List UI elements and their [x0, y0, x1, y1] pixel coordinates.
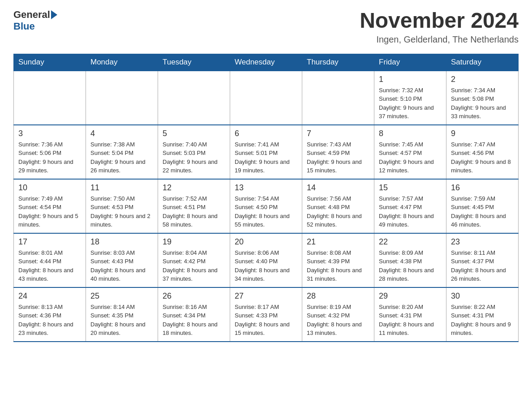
day-info: Sunrise: 7:36 AMSunset: 5:06 PMDaylight:… [18, 140, 81, 175]
calendar-cell [302, 71, 374, 125]
day-of-week-header: Sunday [14, 54, 86, 71]
day-info: Sunrise: 8:01 AMSunset: 4:44 PMDaylight:… [18, 248, 81, 283]
day-info: Sunrise: 7:34 AMSunset: 5:08 PMDaylight:… [451, 86, 514, 121]
page-header: General Blue November 2024 Ingen, Gelder… [13, 9, 519, 45]
calendar-cell: 9Sunrise: 7:47 AMSunset: 4:56 PMDaylight… [446, 125, 519, 179]
day-info: Sunrise: 7:38 AMSunset: 5:04 PMDaylight:… [90, 140, 153, 175]
day-info: Sunrise: 8:03 AMSunset: 4:43 PMDaylight:… [90, 248, 153, 283]
day-number: 7 [307, 129, 369, 138]
location-subtitle: Ingen, Gelderland, The Netherlands [360, 34, 519, 45]
calendar-cell: 3Sunrise: 7:36 AMSunset: 5:06 PMDaylight… [14, 125, 86, 179]
day-info: Sunrise: 8:04 AMSunset: 4:42 PMDaylight:… [163, 248, 225, 283]
day-number: 3 [18, 129, 81, 138]
day-number: 27 [235, 291, 297, 301]
day-info: Sunrise: 8:16 AMSunset: 4:34 PMDaylight:… [163, 303, 225, 338]
day-number: 23 [451, 237, 514, 247]
day-info: Sunrise: 7:50 AMSunset: 4:53 PMDaylight:… [90, 194, 153, 229]
day-number: 26 [163, 291, 225, 301]
day-number: 30 [451, 291, 514, 301]
calendar-cell: 29Sunrise: 8:20 AMSunset: 4:31 PMDayligh… [374, 287, 446, 342]
day-info: Sunrise: 8:20 AMSunset: 4:31 PMDaylight:… [379, 303, 442, 338]
calendar-cell: 28Sunrise: 8:19 AMSunset: 4:32 PMDayligh… [302, 287, 374, 342]
day-of-week-header: Monday [86, 54, 158, 71]
day-info: Sunrise: 8:08 AMSunset: 4:39 PMDaylight:… [307, 248, 369, 283]
day-info: Sunrise: 8:14 AMSunset: 4:35 PMDaylight:… [90, 303, 153, 338]
calendar-cell: 23Sunrise: 8:11 AMSunset: 4:37 PMDayligh… [446, 233, 519, 287]
calendar-cell [14, 71, 86, 125]
day-of-week-header: Tuesday [158, 54, 230, 71]
day-info: Sunrise: 7:59 AMSunset: 4:45 PMDaylight:… [451, 194, 514, 229]
day-number: 22 [379, 237, 442, 247]
logo-arrow-icon [51, 10, 57, 19]
day-of-week-header: Thursday [302, 54, 374, 71]
day-info: Sunrise: 8:17 AMSunset: 4:33 PMDaylight:… [235, 303, 297, 338]
calendar-cell [158, 71, 230, 125]
day-number: 9 [451, 129, 514, 138]
title-section: November 2024 Ingen, Gelderland, The Net… [360, 9, 519, 45]
day-number: 24 [18, 291, 81, 301]
day-info: Sunrise: 7:41 AMSunset: 5:01 PMDaylight:… [235, 140, 297, 175]
calendar-week-row: 17Sunrise: 8:01 AMSunset: 4:44 PMDayligh… [14, 233, 519, 287]
calendar-cell: 1Sunrise: 7:32 AMSunset: 5:10 PMDaylight… [374, 71, 446, 125]
day-number: 17 [18, 237, 81, 247]
calendar-cell: 14Sunrise: 7:56 AMSunset: 4:48 PMDayligh… [302, 179, 374, 233]
day-number: 4 [90, 129, 153, 138]
day-info: Sunrise: 7:54 AMSunset: 4:50 PMDaylight:… [235, 194, 297, 229]
calendar-cell: 26Sunrise: 8:16 AMSunset: 4:34 PMDayligh… [158, 287, 230, 342]
day-info: Sunrise: 8:11 AMSunset: 4:37 PMDaylight:… [451, 248, 514, 283]
day-info: Sunrise: 7:32 AMSunset: 5:10 PMDaylight:… [379, 86, 442, 121]
calendar-cell: 7Sunrise: 7:43 AMSunset: 4:59 PMDaylight… [302, 125, 374, 179]
day-number: 18 [90, 237, 153, 247]
calendar-header-row: SundayMondayTuesdayWednesdayThursdayFrid… [14, 54, 519, 71]
day-number: 15 [379, 183, 442, 193]
calendar-cell: 24Sunrise: 8:13 AMSunset: 4:36 PMDayligh… [14, 287, 86, 342]
calendar-cell [230, 71, 302, 125]
calendar-cell: 19Sunrise: 8:04 AMSunset: 4:42 PMDayligh… [158, 233, 230, 287]
calendar-cell: 20Sunrise: 8:06 AMSunset: 4:40 PMDayligh… [230, 233, 302, 287]
day-number: 5 [163, 129, 225, 138]
calendar-cell: 18Sunrise: 8:03 AMSunset: 4:43 PMDayligh… [86, 233, 158, 287]
calendar-cell: 2Sunrise: 7:34 AMSunset: 5:08 PMDaylight… [446, 71, 519, 125]
calendar-cell: 13Sunrise: 7:54 AMSunset: 4:50 PMDayligh… [230, 179, 302, 233]
logo: General Blue [13, 9, 58, 32]
calendar-cell: 22Sunrise: 8:09 AMSunset: 4:38 PMDayligh… [374, 233, 446, 287]
calendar-cell: 10Sunrise: 7:49 AMSunset: 4:54 PMDayligh… [14, 179, 86, 233]
calendar-cell: 5Sunrise: 7:40 AMSunset: 5:03 PMDaylight… [158, 125, 230, 179]
day-info: Sunrise: 7:45 AMSunset: 4:57 PMDaylight:… [379, 140, 442, 175]
day-number: 19 [163, 237, 225, 247]
logo-general-text: General [13, 9, 50, 21]
day-number: 2 [451, 75, 514, 84]
calendar-week-row: 3Sunrise: 7:36 AMSunset: 5:06 PMDaylight… [14, 125, 519, 179]
day-number: 28 [307, 291, 369, 301]
calendar-cell: 25Sunrise: 8:14 AMSunset: 4:35 PMDayligh… [86, 287, 158, 342]
day-number: 8 [379, 129, 442, 138]
day-number: 29 [379, 291, 442, 301]
calendar-week-row: 1Sunrise: 7:32 AMSunset: 5:10 PMDaylight… [14, 71, 519, 125]
day-info: Sunrise: 8:19 AMSunset: 4:32 PMDaylight:… [307, 303, 369, 338]
calendar-cell: 6Sunrise: 7:41 AMSunset: 5:01 PMDaylight… [230, 125, 302, 179]
calendar-cell: 4Sunrise: 7:38 AMSunset: 5:04 PMDaylight… [86, 125, 158, 179]
calendar-table: SundayMondayTuesdayWednesdayThursdayFrid… [13, 54, 519, 342]
day-number: 14 [307, 183, 369, 193]
day-info: Sunrise: 7:43 AMSunset: 4:59 PMDaylight:… [307, 140, 369, 175]
calendar-cell: 11Sunrise: 7:50 AMSunset: 4:53 PMDayligh… [86, 179, 158, 233]
calendar-cell: 27Sunrise: 8:17 AMSunset: 4:33 PMDayligh… [230, 287, 302, 342]
day-info: Sunrise: 7:40 AMSunset: 5:03 PMDaylight:… [163, 140, 225, 175]
day-info: Sunrise: 7:52 AMSunset: 4:51 PMDaylight:… [163, 194, 225, 229]
day-number: 6 [235, 129, 297, 138]
calendar-cell: 16Sunrise: 7:59 AMSunset: 4:45 PMDayligh… [446, 179, 519, 233]
day-number: 16 [451, 183, 514, 193]
day-number: 1 [379, 75, 442, 84]
day-number: 10 [18, 183, 81, 193]
day-number: 11 [90, 183, 153, 193]
day-info: Sunrise: 7:57 AMSunset: 4:47 PMDaylight:… [379, 194, 442, 229]
day-of-week-header: Friday [374, 54, 446, 71]
calendar-cell: 30Sunrise: 8:22 AMSunset: 4:31 PMDayligh… [446, 287, 519, 342]
calendar-week-row: 24Sunrise: 8:13 AMSunset: 4:36 PMDayligh… [14, 287, 519, 342]
calendar-cell [86, 71, 158, 125]
day-info: Sunrise: 8:13 AMSunset: 4:36 PMDaylight:… [18, 303, 81, 338]
day-info: Sunrise: 8:09 AMSunset: 4:38 PMDaylight:… [379, 248, 442, 283]
day-number: 13 [235, 183, 297, 193]
day-info: Sunrise: 7:56 AMSunset: 4:48 PMDaylight:… [307, 194, 369, 229]
month-title: November 2024 [360, 9, 519, 33]
